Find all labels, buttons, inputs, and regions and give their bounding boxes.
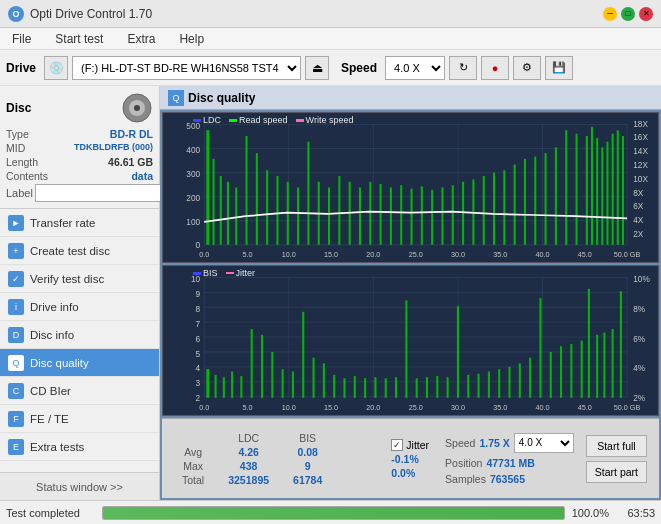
drive-select[interactable]: (F:) HL-DT-ST BD-RE WH16NS58 TST4	[72, 56, 301, 80]
menu-extra[interactable]: Extra	[119, 30, 163, 48]
svg-text:100: 100	[186, 217, 200, 228]
nav-disc-quality[interactable]: Q Disc quality	[0, 349, 159, 377]
svg-text:7: 7	[196, 318, 201, 329]
svg-text:6: 6	[196, 333, 201, 344]
svg-text:45.0: 45.0	[578, 403, 592, 412]
nav-disc-quality-label: Disc quality	[30, 357, 89, 369]
svg-text:35.0: 35.0	[493, 250, 507, 259]
svg-rect-115	[313, 358, 315, 398]
close-button[interactable]: ✕	[639, 7, 653, 21]
svg-text:16X: 16X	[633, 132, 648, 143]
svg-rect-21	[246, 136, 248, 245]
start-part-button[interactable]: Start part	[586, 461, 647, 483]
svg-rect-56	[596, 138, 598, 245]
nav-create-test-disc-label: Create test disc	[30, 245, 110, 257]
minimize-button[interactable]: ─	[603, 7, 617, 21]
svg-text:10.0: 10.0	[282, 403, 296, 412]
speed-label: Speed	[445, 437, 475, 449]
svg-text:2%: 2%	[633, 393, 645, 404]
svg-text:2X: 2X	[633, 228, 643, 239]
refresh-button[interactable]: ↻	[449, 56, 477, 80]
svg-rect-24	[276, 176, 278, 245]
svg-rect-139	[560, 346, 562, 398]
col-bis: BIS	[281, 431, 334, 445]
nav-create-test-disc[interactable]: + Create test disc	[0, 237, 159, 265]
fe-te-icon: F	[8, 411, 24, 427]
drive-info-icon: i	[8, 299, 24, 315]
svg-text:3: 3	[196, 378, 201, 389]
app-title: Opti Drive Control 1.70	[30, 7, 152, 21]
nav-verify-test-disc-label: Verify test disc	[30, 273, 104, 285]
disc-quality-icon: Q	[8, 355, 24, 371]
jitter-label: Jitter	[406, 439, 429, 451]
status-window-button[interactable]: Status window >>	[0, 472, 159, 500]
svg-text:5.0: 5.0	[243, 250, 253, 259]
svg-rect-26	[297, 188, 299, 245]
position-label: Position	[445, 457, 482, 469]
svg-text:8: 8	[196, 303, 201, 314]
status-text: Test completed	[6, 507, 96, 519]
legend-bis: BIS	[203, 268, 218, 278]
window-controls: ─ □ ✕	[603, 7, 653, 21]
col-ldc: LDC	[216, 431, 281, 445]
menu-start-test[interactable]: Start test	[47, 30, 111, 48]
svg-rect-105	[215, 375, 217, 398]
legend-ldc: LDC	[203, 115, 221, 125]
label-input[interactable]	[35, 184, 168, 202]
nav-fe-te-label: FE / TE	[30, 413, 69, 425]
nav-fe-te[interactable]: F FE / TE	[0, 405, 159, 433]
svg-rect-23	[266, 170, 268, 245]
svg-rect-33	[369, 182, 371, 245]
svg-rect-37	[411, 189, 413, 245]
start-full-button[interactable]: Start full	[586, 435, 647, 457]
app-icon: O	[8, 6, 24, 22]
action-buttons: Start full Start part	[582, 431, 651, 487]
svg-text:14X: 14X	[633, 146, 648, 157]
svg-rect-106	[223, 377, 225, 398]
nav-transfer-rate[interactable]: ► Transfer rate	[0, 209, 159, 237]
save-button[interactable]: 💾	[545, 56, 573, 80]
svg-text:300: 300	[186, 169, 200, 180]
disc-info-icon: D	[8, 327, 24, 343]
transfer-rate-icon: ►	[8, 215, 24, 231]
nav-verify-test-disc[interactable]: ✓ Verify test disc	[0, 265, 159, 293]
progress-fill	[103, 507, 564, 519]
nav-drive-info[interactable]: i Drive info	[0, 293, 159, 321]
svg-text:6%: 6%	[633, 333, 645, 344]
speed-value: 1.75 X	[479, 437, 509, 449]
bis-chart: BIS Jitter	[162, 265, 659, 416]
max-label: Max	[170, 459, 216, 473]
samples-value: 763565	[490, 473, 525, 485]
burn-button[interactable]: ●	[481, 56, 509, 80]
jitter-checkbox[interactable]	[391, 439, 403, 451]
position-value: 47731 MB	[486, 457, 534, 469]
nav-disc-info[interactable]: D Disc info	[0, 321, 159, 349]
maximize-button[interactable]: □	[621, 7, 635, 21]
stats-speed-dropdown[interactable]: 4.0 X	[514, 433, 574, 453]
speed-select[interactable]: 4.0 X	[385, 56, 445, 80]
svg-rect-38	[421, 186, 423, 244]
disc-quality-header-icon: Q	[168, 90, 184, 106]
settings-button[interactable]: ⚙	[513, 56, 541, 80]
nav-cd-bier[interactable]: C CD BIer	[0, 377, 159, 405]
svg-rect-88	[163, 266, 658, 415]
eject-button[interactable]: ⏏	[305, 56, 329, 80]
svg-rect-108	[240, 376, 242, 398]
drive-icon-btn[interactable]: 💿	[44, 56, 68, 80]
svg-rect-145	[612, 329, 614, 398]
svg-rect-111	[271, 352, 273, 398]
jitter-avg: -0.1%	[391, 453, 429, 465]
menu-file[interactable]: File	[4, 30, 39, 48]
svg-text:15.0: 15.0	[324, 250, 338, 259]
svg-rect-20	[235, 188, 237, 245]
svg-text:10%: 10%	[633, 274, 650, 285]
svg-rect-57	[601, 147, 603, 244]
avg-ldc: 4.26	[216, 445, 281, 459]
disc-quality-title: Disc quality	[188, 91, 255, 105]
svg-rect-109	[251, 329, 253, 398]
menu-help[interactable]: Help	[171, 30, 212, 48]
svg-text:2: 2	[196, 393, 201, 404]
nav-extra-tests[interactable]: E Extra tests	[0, 433, 159, 461]
svg-rect-45	[493, 173, 495, 245]
svg-text:5.0: 5.0	[243, 403, 253, 412]
